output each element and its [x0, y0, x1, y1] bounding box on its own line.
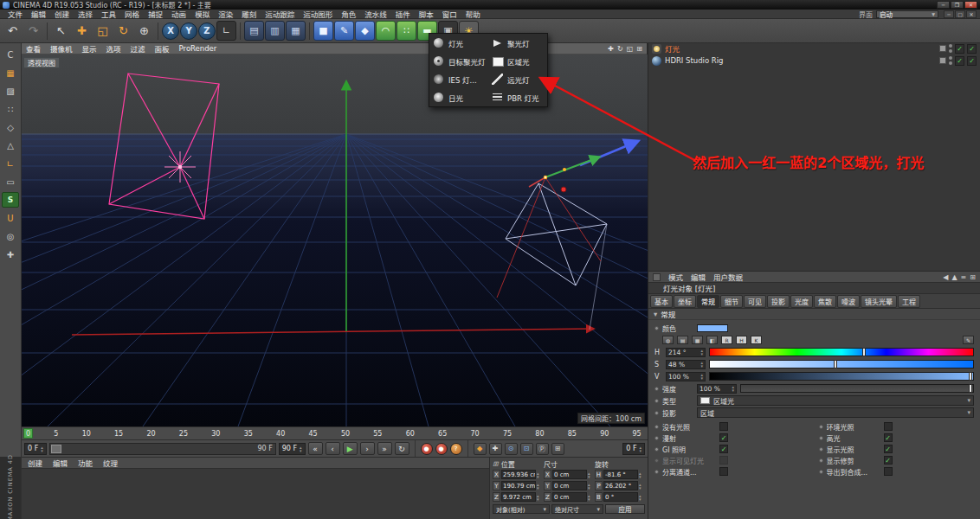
attribute-tab[interactable]: 投影: [767, 295, 790, 308]
size-field[interactable]: 0 cm: [552, 481, 587, 490]
interface-dropdown[interactable]: 启动 ▾: [876, 10, 938, 18]
color-mixer-icon[interactable]: ◧: [706, 336, 718, 344]
light-menu-item[interactable]: 灯光: [429, 34, 488, 52]
viewport-solo-icon[interactable]: ◎: [2, 228, 19, 244]
light-menu-item[interactable]: PBR 灯光: [488, 88, 547, 106]
rotation-field[interactable]: 26.202 °: [603, 481, 638, 490]
frame-range-slider[interactable]: 90 F: [49, 443, 276, 455]
attribute-tab[interactable]: 镜头光晕: [861, 295, 897, 308]
add-mograph-icon[interactable]: ∷: [397, 21, 416, 41]
am-layout-icon[interactable]: ⊞: [970, 273, 976, 281]
color-swatches-icon[interactable]: ▦: [692, 336, 703, 344]
material-menu-item[interactable]: 功能: [78, 458, 93, 468]
menu-item[interactable]: 角色: [337, 9, 360, 19]
saturation-field[interactable]: 48 %▴▾: [666, 360, 706, 369]
viewport-scene[interactable]: [22, 54, 648, 426]
menu-item[interactable]: 编辑: [27, 9, 50, 19]
material-menu-item[interactable]: 纹理: [103, 458, 118, 468]
light-menu-item[interactable]: 日光: [429, 88, 488, 106]
viewport-layout-icon[interactable]: ⊞: [636, 45, 642, 53]
keyframe-dot-icon[interactable]: [819, 447, 823, 452]
keyframe-dot-icon[interactable]: [654, 447, 659, 452]
color-swatch[interactable]: [697, 324, 728, 332]
doc-restore-button[interactable]: ▢: [955, 10, 965, 18]
menu-item[interactable]: 流水线: [360, 9, 391, 19]
rotation-field[interactable]: -81.6 °: [603, 470, 638, 479]
object-name[interactable]: 灯光: [665, 43, 680, 54]
color-spectrum-icon[interactable]: ▤: [677, 336, 688, 344]
viewport-zoom-icon[interactable]: ◱: [627, 45, 634, 53]
keyframe-dot-icon[interactable]: [819, 436, 823, 440]
am-up-icon[interactable]: ▲: [951, 273, 957, 281]
model-mode-icon[interactable]: ▦: [2, 65, 19, 80]
frame-slider-handle[interactable]: [51, 445, 61, 453]
play-button[interactable]: ▶: [343, 442, 358, 455]
attribute-tab[interactable]: 可见: [744, 295, 766, 308]
tag-check-icon[interactable]: ✓: [967, 44, 977, 54]
value-slider[interactable]: [709, 372, 974, 381]
menu-item[interactable]: 模拟: [190, 9, 214, 19]
render-settings-icon[interactable]: ▦: [286, 21, 306, 41]
tweak-mode-icon[interactable]: ✚: [2, 247, 19, 262]
polygons-mode-icon[interactable]: △: [2, 138, 19, 153]
attribute-tab[interactable]: 光度: [790, 295, 813, 308]
menu-item[interactable]: 工具: [97, 9, 120, 19]
eyedropper-icon[interactable]: ✎: [963, 336, 974, 344]
checkbox[interactable]: [884, 467, 893, 476]
viewport-menu-item[interactable]: 过滤: [131, 43, 145, 54]
size-field[interactable]: 0 cm: [552, 492, 587, 502]
color-wheel-icon[interactable]: ◍: [662, 336, 674, 344]
close-button[interactable]: ✕: [964, 1, 977, 9]
attribute-tab[interactable]: 焦散: [814, 295, 836, 308]
keyframe-dot-icon[interactable]: [654, 387, 659, 391]
light-type-dropdown[interactable]: 区域光 ▾: [697, 395, 974, 406]
visibility-dots[interactable]: [949, 56, 952, 65]
checkbox[interactable]: ✓: [719, 445, 728, 453]
redo-icon[interactable]: ↷: [23, 21, 43, 41]
timeline-ruler[interactable]: 05101520253035404550556065707580859095: [22, 426, 648, 439]
layer-swatch[interactable]: [939, 57, 946, 64]
attribute-tab[interactable]: 细节: [720, 295, 743, 308]
keyframe-position-icon[interactable]: ⊙: [505, 443, 518, 455]
viewport-menu-prorender[interactable]: ProRender: [179, 44, 217, 53]
next-frame-button[interactable]: ›: [360, 442, 375, 455]
checkbox[interactable]: ✓: [719, 433, 728, 442]
tag-check-icon[interactable]: ✓: [967, 56, 977, 66]
viewport-menu-item[interactable]: 面板: [155, 43, 170, 54]
light-menu-item[interactable]: 区域光: [488, 52, 547, 70]
keyframe-dot-icon[interactable]: [654, 425, 659, 429]
am-back-icon[interactable]: ◀: [943, 273, 948, 281]
keyframe-add-icon[interactable]: ✚: [489, 443, 502, 455]
minimize-button[interactable]: ─: [937, 1, 950, 9]
coordinate-mode-dropdown[interactable]: 对象(相对)▾: [493, 504, 550, 514]
attribute-tab[interactable]: 常规: [697, 295, 719, 308]
goto-start-button[interactable]: «: [308, 442, 323, 455]
lock-z-axis-icon[interactable]: Z: [198, 22, 216, 40]
perspective-viewport[interactable]: 查看摄像机显示选项过滤面板 ProRender ✚ ↻ ◱ ⊞: [22, 43, 648, 426]
menu-item[interactable]: 文件: [3, 9, 27, 19]
checkbox[interactable]: [719, 456, 728, 465]
menu-item[interactable]: 运动图形: [299, 9, 337, 19]
checkbox[interactable]: ✓: [884, 433, 893, 442]
record-button-3[interactable]: ?: [450, 443, 462, 455]
object-name[interactable]: HDRI Studio Rig: [665, 56, 724, 65]
viewport-rotate-icon[interactable]: ↻: [617, 45, 623, 53]
rotate-tool-icon[interactable]: ↻: [113, 21, 133, 41]
apply-button[interactable]: 应用: [605, 504, 645, 514]
attribute-menu-item[interactable]: 模式: [668, 272, 683, 282]
menu-item[interactable]: 插件: [391, 9, 415, 19]
tag-check-icon[interactable]: ✓: [955, 44, 964, 54]
keyframe-pla-icon[interactable]: Ⓟ: [536, 443, 549, 455]
checkbox[interactable]: [719, 422, 728, 431]
rotation-field[interactable]: 0 °: [603, 492, 638, 502]
hsv-mode-button[interactable]: H: [736, 336, 747, 344]
menu-item[interactable]: 运动跟踪: [261, 9, 299, 19]
object-row[interactable]: 灯光 ✓ ✓: [648, 42, 980, 54]
menu-item[interactable]: 脚本: [415, 9, 438, 19]
doc-minimize-button[interactable]: ─: [944, 10, 954, 18]
light-menu-item[interactable]: 目标聚光灯: [429, 52, 488, 70]
loop-button[interactable]: ↻: [395, 442, 409, 455]
render-picture-viewer-icon[interactable]: ▥: [265, 21, 285, 41]
workplane-mode-icon[interactable]: ▭: [2, 174, 19, 189]
record-button-1[interactable]: ●: [421, 443, 433, 455]
